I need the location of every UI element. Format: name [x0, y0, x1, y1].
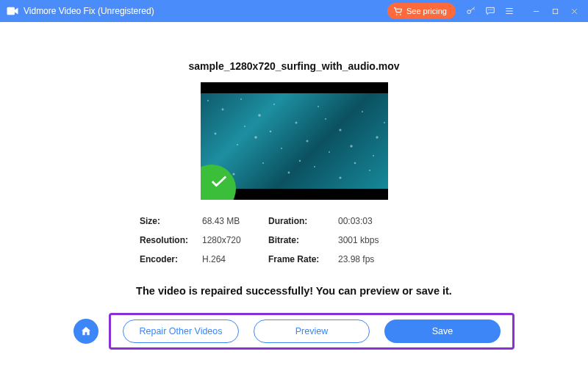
- svg-point-9: [273, 104, 275, 105]
- svg-rect-0: [7, 7, 15, 15]
- size-label: Size:: [140, 216, 202, 226]
- close-button[interactable]: [564, 0, 584, 22]
- resolution-value: 1280x720: [202, 235, 268, 245]
- svg-point-27: [314, 166, 315, 167]
- action-row: Repair Other Videos Preview Save: [74, 313, 514, 350]
- svg-point-12: [339, 129, 341, 131]
- menu-icon[interactable]: [500, 0, 519, 22]
- svg-point-25: [262, 162, 264, 164]
- see-pricing-button[interactable]: See pricing: [387, 3, 456, 19]
- svg-point-2: [400, 13, 401, 15]
- svg-point-35: [384, 122, 385, 123]
- svg-point-15: [214, 133, 216, 135]
- svg-point-7: [240, 98, 242, 100]
- encoder-label: Encoder:: [140, 254, 202, 264]
- bitrate-label: Bitrate:: [268, 235, 338, 245]
- app-logo-icon: [6, 4, 19, 18]
- save-button[interactable]: Save: [384, 320, 501, 343]
- bitrate-value: 3001 kbps: [338, 235, 404, 245]
- duration-label: Duration:: [268, 216, 338, 226]
- svg-point-14: [376, 136, 378, 138]
- framerate-label: Frame Rate:: [268, 254, 338, 264]
- svg-point-31: [269, 131, 271, 133]
- svg-point-13: [362, 111, 363, 112]
- resolution-label: Resolution:: [140, 235, 202, 245]
- svg-point-30: [244, 126, 245, 127]
- video-thumbnail: [201, 82, 388, 200]
- svg-point-8: [258, 114, 261, 117]
- svg-rect-4: [553, 9, 557, 13]
- svg-point-21: [350, 145, 352, 147]
- svg-point-29: [369, 170, 370, 171]
- svg-point-19: [306, 140, 308, 142]
- feedback-icon[interactable]: [481, 0, 500, 22]
- size-value: 68.43 MB: [202, 216, 268, 226]
- svg-point-34: [354, 162, 356, 165]
- svg-point-22: [373, 155, 374, 156]
- repair-other-videos-button[interactable]: Repair Other Videos: [123, 320, 239, 343]
- main-content: sample_1280x720_surfing_with_audio.mov S…: [0, 22, 588, 379]
- home-icon: [80, 325, 92, 337]
- svg-point-20: [329, 151, 330, 153]
- preview-button[interactable]: Preview: [254, 320, 370, 343]
- svg-point-10: [295, 122, 297, 124]
- app-title: Vidmore Video Fix (Unregistered): [24, 6, 154, 16]
- svg-point-11: [318, 106, 319, 107]
- svg-point-5: [207, 100, 209, 101]
- encoder-value: H.264: [202, 254, 268, 264]
- video-metadata: Size: 68.43 MB Duration: 00:03:03 Resolu…: [140, 216, 448, 264]
- svg-point-6: [221, 109, 223, 111]
- cart-icon: [393, 7, 403, 16]
- svg-point-18: [281, 148, 282, 149]
- see-pricing-label: See pricing: [406, 7, 447, 15]
- svg-point-32: [298, 160, 300, 162]
- minimize-button[interactable]: [526, 0, 545, 22]
- titlebar: Vidmore Video Fix (Unregistered) See pri…: [0, 0, 588, 22]
- file-name: sample_1280x720_surfing_with_audio.mov: [188, 60, 399, 72]
- duration-value: 00:03:03: [338, 216, 404, 226]
- action-buttons-highlight: Repair Other Videos Preview Save: [109, 313, 514, 350]
- home-button[interactable]: [74, 319, 98, 344]
- svg-point-28: [339, 176, 341, 178]
- framerate-value: 23.98 fps: [338, 254, 404, 264]
- svg-point-1: [396, 13, 398, 15]
- svg-point-17: [254, 136, 257, 139]
- key-icon[interactable]: [462, 0, 481, 22]
- maximize-button[interactable]: [545, 0, 564, 22]
- svg-point-24: [232, 173, 234, 175]
- svg-point-33: [325, 118, 326, 120]
- svg-point-26: [287, 172, 290, 174]
- svg-point-16: [237, 144, 238, 145]
- status-message: The video is repaired successfully! You …: [136, 285, 452, 297]
